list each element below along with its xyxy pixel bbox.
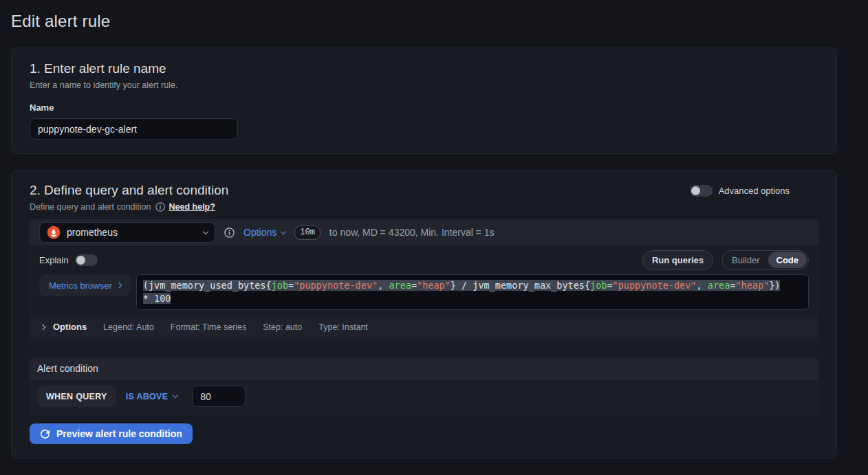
toggle-knob xyxy=(76,256,85,265)
footer-legend: Legend: Auto xyxy=(103,322,154,332)
alert-condition-heading: Alert condition xyxy=(30,358,818,379)
run-queries-button[interactable]: Run queries xyxy=(642,250,713,270)
prometheus-logo-icon xyxy=(47,225,61,239)
need-help-link[interactable]: Need help? xyxy=(169,202,215,212)
toggle-knob xyxy=(691,186,700,195)
info-icon xyxy=(224,228,235,238)
metrics-browser-label: Metrics browser xyxy=(49,280,112,291)
query-options-footer: Options Legend: Auto Format: Time series… xyxy=(30,317,818,337)
step2-description: Define query and alert condition xyxy=(30,202,151,212)
advanced-options-label: Advanced options xyxy=(719,186,790,196)
preview-alert-rule-button[interactable]: Preview alert rule condition xyxy=(30,423,193,444)
edit-alert-rule-page: Edit alert rule 1. Enter alert rule name… xyxy=(0,0,868,459)
alert-rule-name-input[interactable] xyxy=(30,118,238,140)
preview-button-label: Preview alert rule condition xyxy=(56,428,182,439)
editor-mode-switcher: Builder Code xyxy=(721,250,809,270)
operator-label: IS ABOVE xyxy=(126,392,169,401)
query-editor-panel: prometheus Options 10m to now, MD = 4320… xyxy=(30,219,818,344)
query-options-dropdown[interactable]: Options xyxy=(243,227,285,238)
explain-label: Explain xyxy=(39,255,69,265)
when-query-selector[interactable]: WHEN QUERY xyxy=(37,386,116,407)
expression-line-1: (jvm_memory_used_bytes{job="puppynote-de… xyxy=(143,279,802,292)
datasource-name: prometheus xyxy=(67,227,118,238)
threshold-value-input[interactable] xyxy=(192,386,246,407)
datasource-picker[interactable]: prometheus xyxy=(39,222,215,243)
expression-line-2: * 100 xyxy=(143,292,802,305)
chevron-right-icon xyxy=(116,283,122,288)
step2-heading: 2. Define query and alert condition xyxy=(30,183,228,198)
step2-card: 2. Define query and alert condition Adva… xyxy=(11,170,837,459)
query-editor-header: prometheus Options 10m to now, MD = 4320… xyxy=(30,219,818,245)
chevron-down-icon xyxy=(281,228,286,234)
mode-builder[interactable]: Builder xyxy=(724,252,768,268)
info-icon xyxy=(155,202,165,212)
step1-description: Enter a name to identify your alert rule… xyxy=(30,80,818,90)
chevron-right-icon xyxy=(40,324,45,329)
page-title: Edit alert rule xyxy=(11,12,857,31)
refresh-icon xyxy=(40,429,50,439)
footer-type: Type: Instant xyxy=(318,322,368,332)
options-expander[interactable]: Options xyxy=(41,322,87,332)
footer-step: Step: auto xyxy=(263,322,302,332)
promql-expression-input[interactable]: (jvm_memory_used_bytes{job="puppynote-de… xyxy=(136,274,809,310)
condition-operator-dropdown[interactable]: IS ABOVE xyxy=(126,392,178,401)
options-label: Options xyxy=(243,227,276,238)
time-range-summary: to now, MD = 43200, Min. Interval = 1s xyxy=(329,227,495,238)
chevron-down-icon xyxy=(203,228,208,234)
alert-condition-panel: Alert condition WHEN QUERY IS ABOVE xyxy=(30,357,818,415)
step1-heading: 1. Enter alert rule name xyxy=(30,61,818,76)
step1-card: 1. Enter alert rule name Enter a name to… xyxy=(11,47,837,154)
explain-toggle[interactable] xyxy=(75,254,98,266)
mode-code[interactable]: Code xyxy=(768,252,807,268)
footer-options-label: Options xyxy=(53,322,87,332)
time-range-badge[interactable]: 10m xyxy=(294,225,321,240)
name-field-label: Name xyxy=(30,102,818,113)
footer-format: Format: Time series xyxy=(171,322,246,332)
metrics-browser-button[interactable]: Metrics browser xyxy=(39,274,131,296)
advanced-options-toggle[interactable] xyxy=(690,185,713,197)
chevron-down-icon xyxy=(173,393,178,398)
